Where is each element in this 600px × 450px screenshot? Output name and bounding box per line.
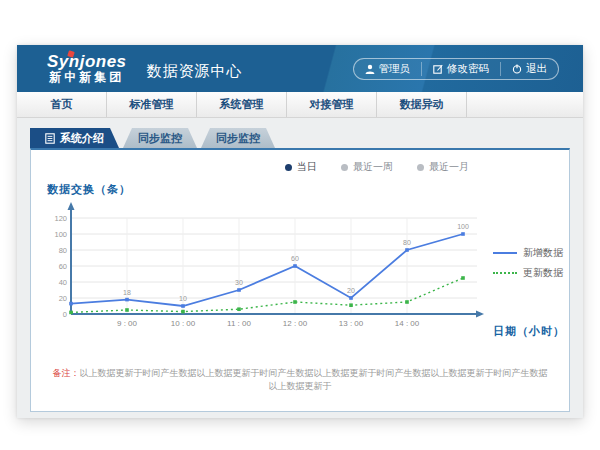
nav-item-home[interactable]: 首页 bbox=[17, 92, 107, 117]
line-chart: 0204060801001209 : 0010 : 0011 : 0012 : … bbox=[43, 199, 493, 339]
legend-item-update-data: 更新数据 bbox=[493, 263, 569, 283]
tab-label: 同步监控 bbox=[216, 131, 260, 146]
svg-text:40: 40 bbox=[59, 278, 67, 287]
change-password-button[interactable]: 修改密码 bbox=[421, 62, 500, 76]
tab-label: 同步监控 bbox=[138, 131, 182, 146]
svg-text:100: 100 bbox=[457, 223, 469, 230]
svg-text:13 : 00: 13 : 00 bbox=[339, 319, 364, 328]
svg-text:20: 20 bbox=[59, 294, 67, 303]
footnote-text: 以上数据更新于时间产生数据以上数据更新于时间产生数据以上数据更新于时间产生数据以… bbox=[80, 368, 548, 391]
tab-system-intro[interactable]: 系统介绍 bbox=[30, 128, 119, 148]
svg-text:12 : 00: 12 : 00 bbox=[283, 319, 308, 328]
svg-text:80: 80 bbox=[403, 239, 411, 246]
user-icon bbox=[365, 64, 375, 74]
main-nav: 首页 标准管理 系统管理 对接管理 数据异动 bbox=[17, 92, 583, 118]
power-icon bbox=[512, 64, 522, 74]
radio-icon bbox=[417, 164, 424, 171]
svg-text:14 : 00: 14 : 00 bbox=[395, 319, 420, 328]
admin-label: 管理员 bbox=[379, 62, 411, 76]
series-legend: 新增数据 更新数据 日期（小时） bbox=[493, 199, 569, 341]
solid-line-icon bbox=[493, 252, 517, 254]
svg-text:9 : 00: 9 : 00 bbox=[117, 319, 138, 328]
filter-last-month[interactable]: 最近一月 bbox=[417, 160, 469, 174]
tab-sync-monitor-1[interactable]: 同步监控 bbox=[123, 128, 197, 148]
edit-icon bbox=[433, 64, 443, 74]
radio-icon bbox=[341, 164, 348, 171]
filter-label: 当日 bbox=[297, 160, 317, 174]
svg-text:10: 10 bbox=[179, 295, 187, 302]
logout-label: 退出 bbox=[526, 62, 547, 76]
time-filter-group: 当日 最近一周 最近一月 bbox=[31, 150, 569, 174]
page-title: 数据资源中心 bbox=[147, 62, 243, 81]
app-window: Synjones 新中新集团 数据资源中心 管理员 修改密码 退出 首页 标准管… bbox=[17, 45, 583, 418]
filter-label: 最近一月 bbox=[429, 160, 469, 174]
logo: Synjones 新中新集团 bbox=[47, 53, 127, 83]
admin-button[interactable]: 管理员 bbox=[354, 62, 422, 76]
svg-text:120: 120 bbox=[54, 214, 67, 223]
svg-text:60: 60 bbox=[59, 262, 67, 271]
header: Synjones 新中新集团 数据资源中心 管理员 修改密码 退出 bbox=[17, 45, 583, 92]
chart-row: 0204060801001209 : 0010 : 0011 : 0012 : … bbox=[31, 199, 569, 341]
svg-text:10 : 00: 10 : 00 bbox=[171, 319, 196, 328]
legend-label: 新增数据 bbox=[523, 246, 563, 260]
svg-text:20: 20 bbox=[347, 287, 355, 294]
svg-text:11 : 00: 11 : 00 bbox=[227, 319, 251, 328]
user-menu: 管理员 修改密码 退出 bbox=[353, 58, 560, 80]
footnote: 备注：以上数据更新于时间产生数据以上数据更新于时间产生数据以上数据更新于时间产生… bbox=[31, 367, 569, 392]
svg-text:100: 100 bbox=[54, 230, 67, 239]
svg-text:60: 60 bbox=[291, 255, 299, 262]
svg-text:80: 80 bbox=[59, 246, 67, 255]
chart-panel: 当日 最近一周 最近一月 数据交换（条） 0204060801001209 : … bbox=[30, 148, 570, 412]
nav-item-standard-mgmt[interactable]: 标准管理 bbox=[107, 92, 197, 117]
content-area: 系统介绍 同步监控 同步监控 当日 最近一周 bbox=[17, 128, 583, 428]
svg-text:18: 18 bbox=[123, 289, 131, 296]
logo-brand: Synjones bbox=[47, 53, 127, 71]
footnote-prefix: 备注： bbox=[53, 368, 80, 378]
tab-label: 系统介绍 bbox=[60, 131, 104, 146]
nav-item-system-mgmt[interactable]: 系统管理 bbox=[197, 92, 287, 117]
dotted-line-icon bbox=[493, 272, 517, 274]
tab-bar: 系统介绍 同步监控 同步监控 bbox=[30, 128, 570, 148]
document-icon bbox=[45, 133, 55, 144]
svg-text:0: 0 bbox=[63, 310, 67, 319]
tab-sync-monitor-2[interactable]: 同步监控 bbox=[201, 128, 275, 148]
y-axis-title: 数据交换（条） bbox=[47, 182, 569, 197]
legend-item-new-data: 新增数据 bbox=[493, 243, 569, 263]
filter-last-week[interactable]: 最近一周 bbox=[341, 160, 393, 174]
svg-text:30: 30 bbox=[235, 279, 243, 286]
filter-label: 最近一周 bbox=[353, 160, 393, 174]
logo-company: 新中新集团 bbox=[47, 71, 127, 84]
radio-icon bbox=[285, 164, 292, 171]
change-password-label: 修改密码 bbox=[447, 62, 489, 76]
logout-button[interactable]: 退出 bbox=[500, 62, 558, 76]
filter-today[interactable]: 当日 bbox=[285, 160, 317, 174]
x-axis-title: 日期（小时） bbox=[493, 324, 569, 339]
nav-item-data-change[interactable]: 数据异动 bbox=[377, 92, 467, 117]
nav-item-interface-mgmt[interactable]: 对接管理 bbox=[287, 92, 377, 117]
legend-label: 更新数据 bbox=[523, 266, 563, 280]
